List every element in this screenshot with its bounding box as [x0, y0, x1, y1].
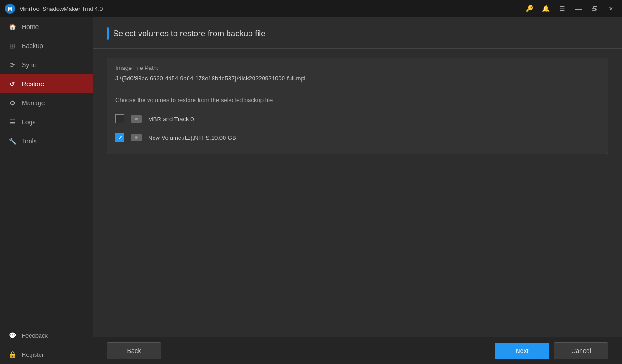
- backup-icon: ⊞: [8, 42, 16, 50]
- volume-name-new: New Volume,(E:),NTFS,10.00 GB: [148, 134, 236, 141]
- footer: Back Next Cancel: [93, 337, 622, 364]
- sidebar-label-tools: Tools: [22, 138, 37, 145]
- sidebar-bottom: 💬 Feedback 🔒 Register: [0, 326, 93, 364]
- sidebar-item-tools[interactable]: 🔧 Tools: [0, 132, 93, 151]
- titlebar: M MiniTool ShadowMaker Trial 4.0 🔑 🔔 ☰ —…: [0, 0, 622, 17]
- app-title: MiniTool ShadowMaker Trial 4.0: [19, 5, 523, 12]
- volume-section: Choose the volumes to restore from the s…: [107, 89, 608, 154]
- feedback-icon: 💬: [8, 331, 16, 339]
- menu-button[interactable]: ☰: [556, 2, 568, 15]
- sidebar-label-home: Home: [22, 23, 39, 30]
- sync-icon: ⟳: [8, 61, 16, 69]
- footer-left: Back: [107, 342, 161, 359]
- maximize-button[interactable]: 🗗: [588, 2, 601, 15]
- header-accent: [107, 27, 109, 40]
- checkbox-mbr[interactable]: [115, 114, 124, 123]
- cancel-button[interactable]: Cancel: [554, 342, 608, 359]
- svg-text:M: M: [8, 6, 12, 12]
- file-path-value: J:\{5d0f83ac-6620-4d54-9b64-178e18b4d537…: [115, 75, 600, 82]
- sidebar-label-sync: Sync: [22, 61, 36, 69]
- sidebar-label-feedback: Feedback: [22, 332, 48, 339]
- register-icon: 🔒: [8, 350, 16, 359]
- sidebar-item-logs[interactable]: ☰ Logs: [0, 113, 93, 132]
- sidebar-label-register: Register: [22, 351, 44, 358]
- bell-button[interactable]: 🔔: [539, 2, 552, 15]
- file-path-section: Image File Path: J:\{5d0f83ac-6620-4d54-…: [107, 58, 608, 89]
- content-area: Select volumes to restore from backup fi…: [93, 17, 622, 364]
- window-controls: 🔑 🔔 ☰ — 🗗 ✕: [523, 2, 617, 15]
- page-title: Select volumes to restore from backup fi…: [113, 29, 265, 39]
- key-button[interactable]: 🔑: [523, 2, 536, 15]
- checkbox-checked-new-volume[interactable]: [115, 133, 124, 142]
- sidebar-label-backup: Backup: [22, 42, 43, 49]
- sidebar: 🏠 Home ⊞ Backup ⟳ Sync ↺ Restore ⚙ Manag…: [0, 17, 93, 364]
- volume-row-new: New Volume,(E:),NTFS,10.00 GB: [115, 128, 600, 147]
- app-logo: M: [5, 3, 15, 14]
- disk-icon-mbr: [131, 115, 142, 123]
- sidebar-label-logs: Logs: [22, 118, 35, 126]
- file-path-label: Image File Path:: [115, 64, 600, 71]
- page-header: Select volumes to restore from backup fi…: [93, 17, 622, 49]
- sidebar-item-manage[interactable]: ⚙ Manage: [0, 93, 93, 113]
- main-layout: 🏠 Home ⊞ Backup ⟳ Sync ↺ Restore ⚙ Manag…: [0, 17, 622, 364]
- disk-icon-new-volume: [131, 134, 142, 141]
- manage-icon: ⚙: [8, 99, 16, 107]
- volume-section-label: Choose the volumes to restore from the s…: [115, 97, 600, 103]
- close-button[interactable]: ✕: [605, 2, 617, 15]
- sidebar-item-restore[interactable]: ↺ Restore: [0, 74, 93, 93]
- tools-icon: 🔧: [8, 137, 16, 145]
- volume-row-mbr: MBR and Track 0: [115, 110, 600, 128]
- sidebar-label-manage: Manage: [22, 99, 45, 107]
- sidebar-item-feedback[interactable]: 💬 Feedback: [0, 326, 93, 345]
- back-button[interactable]: Back: [107, 342, 161, 359]
- checkbox-new-volume[interactable]: [115, 133, 124, 142]
- home-icon: 🏠: [8, 23, 16, 31]
- sidebar-item-backup[interactable]: ⊞ Backup: [0, 36, 93, 55]
- sidebar-item-sync[interactable]: ⟳ Sync: [0, 55, 93, 74]
- checkbox-unchecked-mbr[interactable]: [115, 114, 124, 123]
- restore-icon: ↺: [8, 80, 16, 88]
- sidebar-label-restore: Restore: [22, 80, 44, 88]
- content-body: Image File Path: J:\{5d0f83ac-6620-4d54-…: [93, 49, 622, 337]
- logs-icon: ☰: [8, 118, 16, 126]
- sidebar-item-register[interactable]: 🔒 Register: [0, 345, 93, 364]
- minimize-button[interactable]: —: [572, 2, 585, 15]
- sidebar-item-home[interactable]: 🏠 Home: [0, 17, 93, 36]
- volume-name-mbr: MBR and Track 0: [148, 116, 194, 123]
- next-button[interactable]: Next: [495, 343, 549, 359]
